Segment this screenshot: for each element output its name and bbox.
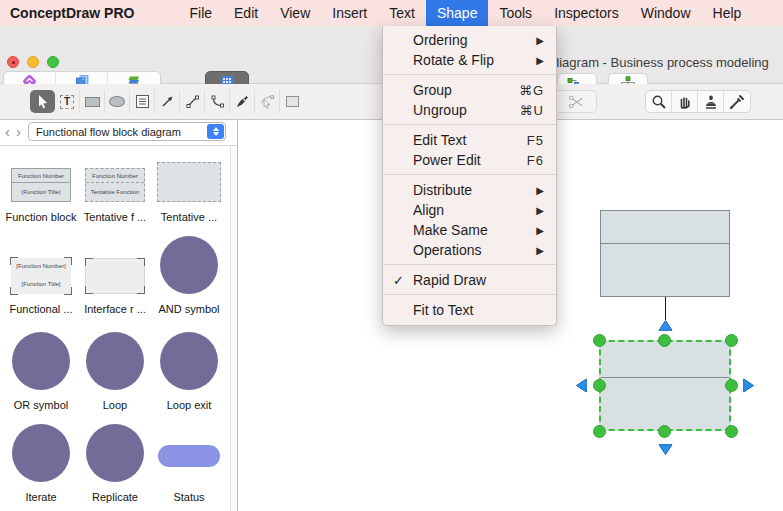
or-symbol-shape (12, 332, 70, 390)
stamp-tool-button[interactable] (698, 91, 724, 112)
menu-separator (383, 294, 556, 295)
eyedropper-icon (729, 94, 745, 110)
selection-handle-bottom-right[interactable] (725, 425, 738, 438)
rapid-draw-left-arrow[interactable] (576, 378, 587, 393)
menu-item-ordering[interactable]: Ordering ▶ (383, 30, 556, 50)
menu-item-rotate-flip[interactable]: Rotate & Flip ▶ (383, 50, 556, 70)
library-item-function-block[interactable]: Function Number (Function Title) Functio… (4, 152, 78, 224)
checkmark-icon: ✓ (393, 273, 404, 288)
text-tool-button[interactable]: T (55, 90, 80, 113)
select-stepper-icon (207, 124, 224, 139)
app-menu[interactable]: ConceptDraw PRO (0, 5, 144, 21)
panel-scrollbar[interactable] (230, 146, 237, 511)
magnifier-icon (651, 94, 667, 110)
submenu-arrow-icon: ▶ (536, 35, 544, 46)
line-icon (185, 94, 200, 109)
menu-inspectors[interactable]: Inspectors (543, 0, 630, 26)
menu-item-fit-to-text[interactable]: Fit to Text (383, 300, 556, 320)
menu-help[interactable]: Help (702, 0, 753, 26)
selection-handle-top-right[interactable] (725, 334, 738, 347)
canvas-function-block[interactable] (600, 210, 730, 297)
menu-item-align[interactable]: Align ▶ (383, 200, 556, 220)
back-icon[interactable]: ‹ (5, 123, 10, 141)
functional-shape: [Function Number] [Function Title] (11, 258, 71, 294)
smart-connector-tool-button[interactable] (155, 90, 180, 113)
menu-tools[interactable]: Tools (488, 0, 543, 26)
forward-icon[interactable]: › (16, 123, 21, 141)
library-item-iterate[interactable]: Iterate (4, 412, 78, 504)
menu-item-power-edit[interactable]: Power Edit F6 (383, 150, 556, 170)
menu-edit[interactable]: Edit (223, 0, 269, 26)
pan-tool-button[interactable] (672, 91, 698, 112)
selection-handle-bottom-center[interactable] (658, 425, 671, 438)
close-window-button[interactable] (7, 56, 19, 68)
ellipse-tool-button[interactable] (105, 90, 130, 113)
split-tool-button[interactable] (555, 90, 597, 113)
library-item-loop-exit[interactable]: Loop exit (152, 316, 226, 412)
line-tool-button[interactable] (180, 90, 205, 113)
shortcut: ⌘U (520, 103, 544, 118)
library-item-tentative-function[interactable]: Function Number Tentative Function Tenta… (78, 152, 152, 224)
menu-text[interactable]: Text (378, 0, 426, 26)
menu-item-ungroup[interactable]: Ungroup ⌘U (383, 100, 556, 120)
menu-view[interactable]: View (269, 0, 321, 26)
pen-tool-button[interactable] (230, 90, 255, 113)
scissors-icon (568, 94, 585, 110)
iterate-shape (12, 424, 70, 482)
reshape-cursor-icon (259, 94, 275, 109)
library-item-loop[interactable]: Loop (78, 316, 152, 412)
rapid-draw-right-arrow[interactable] (743, 378, 754, 393)
selection-handle-mid-left[interactable] (593, 379, 606, 392)
canvas-selected-block[interactable] (599, 340, 731, 431)
connector-line[interactable] (665, 297, 666, 320)
library-item-status[interactable]: Status (152, 412, 226, 504)
library-item-tentative[interactable]: Tentative ... (152, 152, 226, 224)
document-title: diagram - Business process modeling (552, 55, 769, 70)
submenu-arrow-icon: ▶ (536, 225, 544, 236)
menu-item-make-same[interactable]: Make Same ▶ (383, 220, 556, 240)
shape-tool-icon (286, 96, 299, 107)
menu-item-edit-text[interactable]: Edit Text F5 (383, 130, 556, 150)
select-tool-button[interactable] (30, 90, 55, 113)
selection-handle-top-left[interactable] (593, 334, 606, 347)
rapid-draw-down-arrow[interactable] (658, 444, 673, 455)
selection-handle-mid-right[interactable] (725, 379, 738, 392)
library-item-and-symbol[interactable]: AND symbol (152, 224, 226, 316)
text-block-tool-button[interactable] (130, 90, 155, 113)
menu-insert[interactable]: Insert (321, 0, 378, 26)
menu-item-group[interactable]: Group ⌘G (383, 80, 556, 100)
stencil-select-value: Functional flow block diagram (36, 126, 181, 138)
eyedropper-tool-button[interactable] (724, 91, 750, 112)
rectangle-tool-button[interactable] (80, 90, 105, 113)
library-panel-header: ‹ › Functional flow block diagram (0, 120, 237, 146)
arc-tool-button[interactable] (205, 90, 230, 113)
zoom-tool-button[interactable] (646, 91, 672, 112)
menu-item-distribute[interactable]: Distribute ▶ (383, 180, 556, 200)
library-panel: ‹ › Functional flow block diagram Functi… (0, 120, 238, 511)
stencil-select[interactable]: Functional flow block diagram (28, 122, 226, 141)
menu-item-rapid-draw[interactable]: ✓ Rapid Draw (383, 270, 556, 290)
shape-menu-dropdown: Ordering ▶ Rotate & Flip ▶ Group ⌘G Ungr… (382, 26, 557, 326)
and-symbol-shape (160, 236, 218, 294)
window-controls (7, 56, 59, 68)
menu-file[interactable]: File (178, 0, 223, 26)
menu-separator (383, 264, 556, 265)
library-item-interface[interactable]: Interface r ... (78, 224, 152, 316)
library-item-replicate[interactable]: Replicate (78, 412, 152, 504)
menu-window[interactable]: Window (630, 0, 702, 26)
shortcut: ⌘G (519, 83, 544, 98)
menu-bar: ConceptDraw PRO File Edit View Insert Te… (0, 0, 783, 26)
hand-icon (677, 94, 693, 110)
library-item-functional[interactable]: [Function Number] [Function Title] Funct… (4, 224, 78, 316)
rapid-draw-up-arrow[interactable] (658, 320, 673, 331)
minimize-window-button[interactable] (27, 56, 39, 68)
shape-tool-button[interactable] (280, 90, 305, 113)
zoom-window-button[interactable] (47, 56, 59, 68)
library-item-or-symbol[interactable]: OR symbol (4, 316, 78, 412)
selection-handle-bottom-left[interactable] (593, 425, 606, 438)
selection-handle-top-center[interactable] (658, 334, 671, 347)
reshape-tool-button[interactable] (255, 90, 280, 113)
menu-item-operations[interactable]: Operations ▶ (383, 240, 556, 260)
menu-shape[interactable]: Shape (426, 0, 488, 26)
arc-icon (210, 94, 225, 109)
